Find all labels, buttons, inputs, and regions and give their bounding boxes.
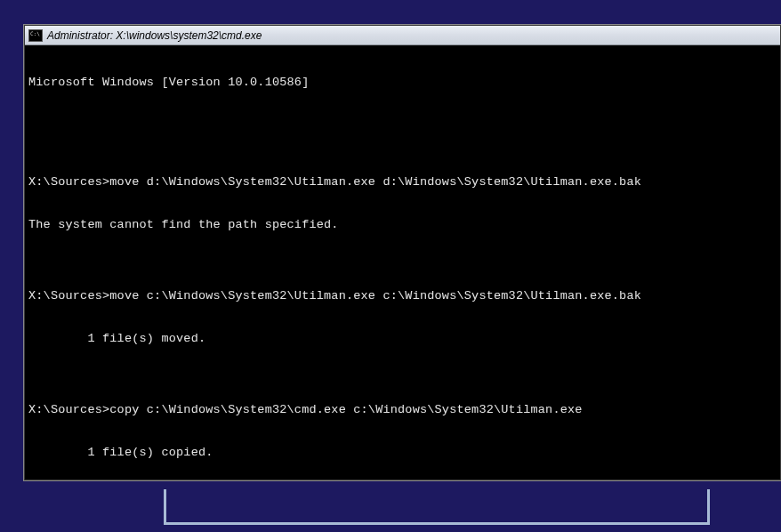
bottom-frame: [164, 489, 710, 525]
terminal-line: Microsoft Windows [Version 10.0.10586]: [28, 76, 777, 90]
cmd-icon: [28, 29, 43, 42]
titlebar[interactable]: Administrator: X:\windows\system32\cmd.e…: [25, 26, 780, 45]
terminal-output[interactable]: Microsoft Windows [Version 10.0.10586] X…: [25, 45, 780, 480]
terminal-line: X:\Sources>copy c:\Windows\System32\cmd.…: [28, 403, 777, 417]
terminal-line: X:\Sources>move d:\Windows\System32\Util…: [28, 175, 777, 189]
terminal-line: The system cannot find the path specifie…: [28, 218, 777, 232]
terminal-line: X:\Sources>move c:\Windows\System32\Util…: [28, 289, 777, 303]
window-title: Administrator: X:\windows\system32\cmd.e…: [47, 29, 262, 42]
terminal-line: 1 file(s) copied.: [28, 446, 777, 460]
terminal-line: 1 file(s) moved.: [28, 332, 777, 346]
cmd-window: Administrator: X:\windows\system32\cmd.e…: [24, 25, 781, 480]
